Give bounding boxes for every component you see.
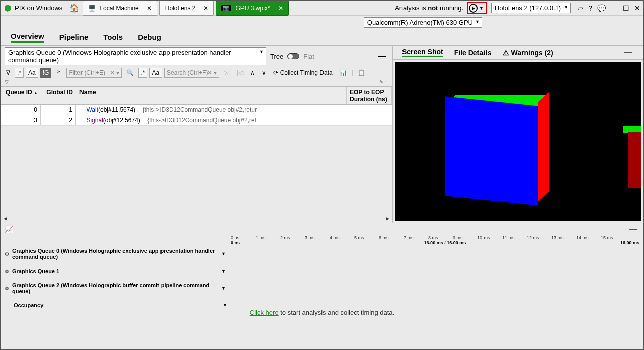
device-dropdown[interactable]: HoloLens 2 (127.0.0.1) xyxy=(491,3,571,13)
table-row[interactable]: 3 2 Signal(obj#12,5674) {this->ID3D12Com… xyxy=(1,115,392,126)
timeline-lane[interactable]: ⚙Graphics Queue 0 (Windows Holographic e… xyxy=(5,245,639,262)
close-icon[interactable]: ✕ xyxy=(147,5,152,12)
chart-icon[interactable]: 📈 xyxy=(5,225,13,233)
flag-icon[interactable]: 🏳 xyxy=(53,68,64,78)
menu-overview[interactable]: Overview xyxy=(11,32,44,43)
main-menu: Overview Pipeline Tools Debug xyxy=(1,29,643,46)
collapse-pane-button[interactable]: — xyxy=(378,52,388,61)
close-icon[interactable]: ✕ xyxy=(203,5,208,12)
collapse-preview-button[interactable]: — xyxy=(624,48,634,57)
edit-columns-icon[interactable]: ✎ xyxy=(379,79,383,85)
search-input[interactable]: Search (Ctrl+F)✕ ▾ xyxy=(164,68,219,78)
feedback-icon[interactable]: 💬 xyxy=(597,4,606,12)
ruler-tick: 2 ms xyxy=(280,235,305,240)
ruler-tick: 0 ns xyxy=(231,235,256,240)
minimize-button[interactable]: — xyxy=(611,4,618,12)
flat-label: Flat xyxy=(303,53,314,60)
table-row[interactable]: 0 1 Wait(obj#11,5674) {this->ID3D12Comma… xyxy=(1,105,392,115)
edit-icon[interactable]: ▱ xyxy=(578,4,583,12)
collect-timing-button[interactable]: ⟳ Collect Timing Data xyxy=(271,68,335,78)
clear-filter-icon[interactable]: ✕ ▾ xyxy=(110,69,119,76)
titlebar-right: Analysis is not running. ▶ ▼ HoloLens 2 … xyxy=(395,2,643,14)
click-here-link[interactable]: Click here xyxy=(250,309,279,316)
regex-toggle-1[interactable]: .* xyxy=(15,68,24,78)
help-icon[interactable]: ? xyxy=(588,4,592,12)
regex-toggle-2[interactable]: .* xyxy=(138,68,147,78)
ruler-tick: 4 ms xyxy=(330,235,354,240)
col-eop[interactable]: EOP to EOP Duration (ns) xyxy=(347,87,392,104)
gpu-dropdown[interactable]: Qualcomm(R) Adreno(TM) 630 GPU xyxy=(364,17,482,28)
step-back-icon[interactable]: ▷| xyxy=(221,68,232,78)
close-button[interactable]: ✕ xyxy=(634,4,640,12)
collapse-timeline-button[interactable]: — xyxy=(629,225,639,235)
cube2-side-face xyxy=(628,132,641,188)
timeline-lane[interactable]: ⚙Graphics Queue 1▼ xyxy=(5,262,639,280)
time-ruler-top: 0 ns1 ms2 ms3 ms4 ms5 ms6 ms7 ms8 ms9 ms… xyxy=(231,235,639,240)
ruler-tick: 13 ms xyxy=(551,235,576,240)
filter-input[interactable]: Filter (Ctrl+E)✕ ▾ xyxy=(66,68,122,78)
expand-chevron-icon[interactable]: ▽ xyxy=(5,79,9,85)
ruler-tick: 1 ms xyxy=(256,235,280,240)
tab-screenshot[interactable]: Screen Shot xyxy=(402,48,443,57)
timeline-pane: 📈 — 0 ns1 ms2 ms3 ms4 ms5 ms6 ms7 ms8 ms… xyxy=(1,223,643,318)
counters-icon[interactable]: 📊 xyxy=(337,68,350,78)
menu-tools[interactable]: Tools xyxy=(103,33,123,41)
gear-icon[interactable]: ⚙ xyxy=(5,269,9,274)
tree-flat-toggle[interactable] xyxy=(287,53,299,59)
funnel-icon[interactable]: ∇ xyxy=(4,68,13,78)
clipboard-icon[interactable]: 📋 xyxy=(355,68,368,78)
lane-label: Graphics Queue 0 (Windows Holographic ex… xyxy=(12,248,218,260)
screenshot-viewer[interactable] xyxy=(395,62,641,221)
timeline-lane[interactable]: ⚙Graphics Queue 2 (Windows Holographic b… xyxy=(5,280,639,297)
chevron-down-icon[interactable]: ▼ xyxy=(221,286,226,291)
case-toggle-1[interactable]: Aa xyxy=(26,68,38,78)
ruler-tick: 7 ms xyxy=(404,235,428,240)
ruler-tick: 14 ms xyxy=(576,235,601,240)
col-global-id[interactable]: Global ID xyxy=(41,87,76,104)
chevron-down-icon[interactable]: ▼ xyxy=(221,251,226,256)
queue-dropdown[interactable]: Graphics Queue 0 (Windows Holographic ex… xyxy=(5,47,266,65)
home-icon[interactable]: 🏠 xyxy=(69,3,79,13)
col-name[interactable]: Name xyxy=(76,87,347,104)
play-button[interactable]: ▶ xyxy=(469,4,478,13)
tab-file-details[interactable]: File Details xyxy=(454,49,492,57)
gpu-row: Qualcomm(R) Adreno(TM) 630 GPU xyxy=(1,16,643,29)
tab-gpu-capture[interactable]: 📷 GPU 3.wpix* ✕ xyxy=(216,1,288,16)
camera-icon: 📷 xyxy=(221,5,231,11)
play-dropdown-arrow[interactable]: ▼ xyxy=(479,6,484,11)
tab-hololens[interactable]: HoloLens 2 ✕ xyxy=(159,1,214,16)
clear-search-icon[interactable]: ✕ ▾ xyxy=(207,69,217,76)
chevron-down-icon[interactable]: ▼ xyxy=(221,269,226,274)
lane-label: Graphics Queue 1 xyxy=(12,268,218,274)
ruler-tick: 3 ms xyxy=(305,235,330,240)
preview-pane: Screen Shot File Details ⚠ Warnings (2) … xyxy=(393,46,643,223)
col-queue-id[interactable]: Queue ID ▲ xyxy=(1,87,41,104)
event-table-body: 0 1 Wait(obj#11,5674) {this->ID3D12Comma… xyxy=(1,105,392,126)
down-arrow-icon[interactable]: ∨ xyxy=(259,68,269,78)
tab-local-machine[interactable]: 🖥️ Local Machine ✕ xyxy=(83,1,157,16)
gear-icon[interactable]: ⚙ xyxy=(5,251,9,257)
gear-icon[interactable]: ⚙ xyxy=(5,286,9,291)
search-icon[interactable]: 🔍 xyxy=(124,68,136,78)
lane-label: Occupancy xyxy=(14,302,220,308)
step-start-icon[interactable]: |◁ xyxy=(234,68,246,78)
menu-debug[interactable]: Debug xyxy=(138,33,162,41)
filter-toolbar: ∇ .* Aa !G 🏳 Filter (Ctrl+E)✕ ▾ 🔍 .* Aa … xyxy=(1,67,392,79)
time-ruler-bottom: 0 ns 16.00 ms / 16.00 ms 16.00 ms xyxy=(231,240,639,245)
menu-pipeline[interactable]: Pipeline xyxy=(59,33,89,41)
case-toggle-2[interactable]: Aa xyxy=(149,68,162,78)
close-icon[interactable]: ✕ xyxy=(278,5,283,12)
chevron-down-icon[interactable]: ▼ xyxy=(223,303,227,308)
tab-warnings[interactable]: ⚠ Warnings (2) xyxy=(503,49,553,57)
analysis-hint: Click here to start analysis and collect… xyxy=(5,309,639,316)
app-icon xyxy=(4,4,12,12)
maximize-button[interactable]: ☐ xyxy=(623,4,629,12)
ruler-tick: 12 ms xyxy=(527,235,551,240)
start-analysis-highlight: ▶ ▼ xyxy=(467,2,487,14)
ruler-tick: 9 ms xyxy=(453,235,477,240)
h-scrollbar[interactable]: ◄► xyxy=(1,216,392,223)
ig-toggle[interactable]: !G xyxy=(40,68,52,78)
cube-side-face xyxy=(538,92,549,202)
app-title: PIX on Windows xyxy=(15,4,62,12)
up-arrow-icon[interactable]: ∧ xyxy=(248,68,257,78)
